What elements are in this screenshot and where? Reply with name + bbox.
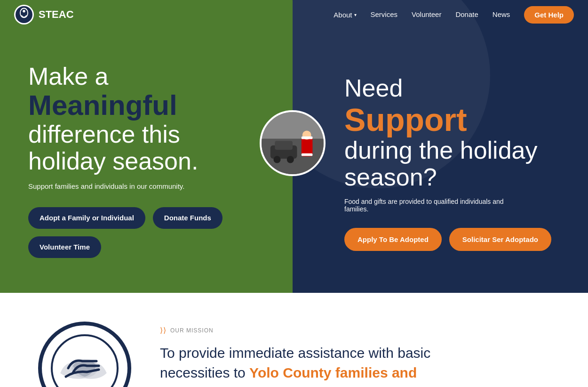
hero-section: Make a Meaningful difference thisholiday…: [0, 0, 588, 293]
hero-right-heading2: during the holidayseason?: [344, 137, 538, 191]
svg-point-8: [287, 156, 294, 163]
hero-right-subtext: Food and gifts are provided to qualified…: [344, 198, 523, 213]
mission-heading: To provide immediate assistance with bas…: [160, 343, 452, 387]
mission-label: ⟩⟩ OUR MISSION: [160, 326, 550, 335]
logo-icon: [14, 5, 34, 24]
svg-point-2: [23, 10, 25, 12]
logo-text: STEAC: [39, 8, 74, 21]
svg-rect-12: [302, 153, 313, 156]
get-help-button[interactable]: Get Help: [524, 6, 574, 24]
donate-funds-button[interactable]: Donate Funds: [153, 207, 222, 229]
nav-donate[interactable]: Donate: [455, 10, 478, 18]
hero-right-text: Need Support during the holidayseason? F…: [344, 75, 555, 212]
hero-right-panel: Need Support during the holidayseason? F…: [293, 0, 588, 293]
hero-right-buttons: Apply To Be Adopted Solicitar Ser Adopta…: [344, 228, 555, 251]
hero-heading-line2: difference thisholiday season.: [28, 121, 198, 175]
nav-links: About ▾ Services Volunteer Donate News G…: [334, 6, 574, 24]
chevron-down-icon: ▾: [354, 12, 357, 17]
hero-center-photo: [260, 110, 326, 176]
hero-heading-bold: Meaningful: [28, 89, 177, 121]
hero-right-support: Support: [344, 102, 555, 137]
hero-left-text: Make a Meaningful difference thisholiday…: [28, 63, 264, 191]
hero-right-heading1: Need: [344, 74, 403, 102]
mission-section: ⟩⟩ OUR MISSION To provide immediate assi…: [0, 293, 588, 387]
mission-label-icon: ⟩⟩: [160, 326, 167, 335]
nav-services[interactable]: Services: [371, 10, 398, 18]
nav-about[interactable]: About ▾: [334, 11, 356, 19]
mission-text-block: ⟩⟩ OUR MISSION To provide immediate assi…: [160, 321, 550, 387]
svg-rect-6: [275, 141, 293, 150]
navbar: STEAC About ▾ Services Volunteer Donate …: [0, 0, 588, 29]
hero-left-subtext: Support families and individuals in our …: [28, 182, 264, 190]
volunteer-time-button[interactable]: Volunteer Time: [28, 236, 101, 258]
hero-left-panel: Make a Meaningful difference thisholiday…: [0, 0, 293, 293]
hero-left-buttons: Adopt a Family or Individual Donate Fund…: [28, 207, 264, 258]
adopt-family-button[interactable]: Adopt a Family or Individual: [28, 207, 145, 229]
mission-icon: [38, 321, 132, 387]
solicitar-adoptado-button[interactable]: Solicitar Ser Adoptado: [449, 228, 551, 251]
svg-rect-11: [302, 137, 313, 139]
nav-logo[interactable]: STEAC: [14, 5, 74, 24]
svg-point-7: [273, 156, 280, 163]
apply-adopted-button[interactable]: Apply To Be Adopted: [344, 228, 442, 251]
nav-volunteer[interactable]: Volunteer: [412, 10, 441, 18]
nav-news[interactable]: News: [493, 10, 510, 18]
hero-heading-line1: Make a: [28, 63, 109, 90]
